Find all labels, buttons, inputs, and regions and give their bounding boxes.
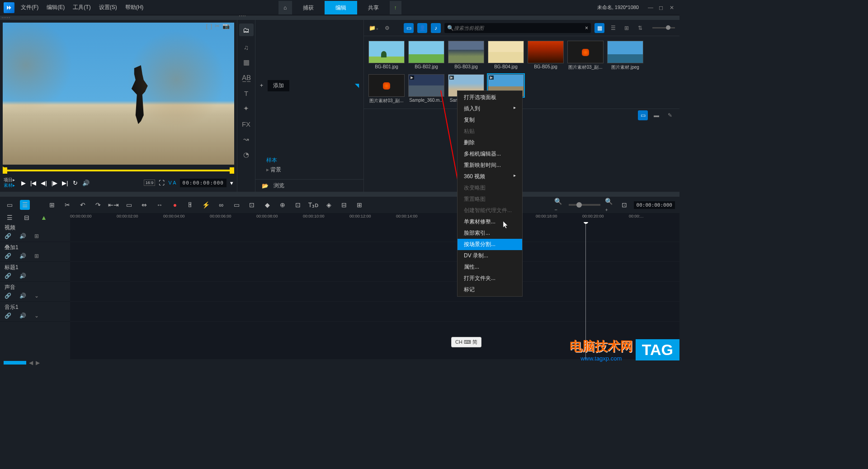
mute-icon[interactable]: 🔊 [19, 233, 26, 239]
add-media-button[interactable]: 添加 [268, 80, 289, 91]
aspect-ratio-button[interactable]: 16:9 [144, 180, 156, 186]
import-folder-icon[interactable]: 📁₊ [368, 23, 378, 33]
link-icon[interactable]: 🔗 [5, 233, 11, 239]
tab-share[interactable]: 共享 [357, 1, 390, 14]
tab-export[interactable]: ↑ [390, 1, 401, 14]
cat-text-icon[interactable]: T [242, 89, 251, 98]
zoom-out-icon[interactable]: 🔍₋ [554, 200, 564, 210]
context-menu-item[interactable]: 360 视频 [458, 171, 522, 182]
close-icon[interactable]: ✕ [670, 5, 676, 11]
menu-tools[interactable]: 工具(T) [73, 4, 90, 11]
mark-out-icon[interactable]: ] [210, 23, 212, 29]
preview-viewport[interactable]: [ ] ✂ 📷 [3, 23, 234, 165]
storyboard-view-icon[interactable]: ▭ [5, 200, 14, 210]
tool-pan-zoom-icon[interactable]: ⊡ [293, 200, 303, 210]
minimize-icon[interactable]: — [648, 5, 654, 11]
context-menu-item[interactable]: 按场景分割... [458, 239, 522, 250]
go-start-icon[interactable]: |◀ [30, 180, 36, 186]
cut-icon[interactable]: ✂ [62, 200, 72, 210]
timeline-view-icon[interactable]: ☰ [20, 200, 30, 210]
filter-image-icon[interactable]: 👤 [417, 23, 427, 33]
tool-stretch-icon[interactable]: ↔ [155, 200, 165, 210]
cat-media-icon[interactable]: 🗂 [239, 24, 254, 36]
volume-icon[interactable]: 🔊 [82, 180, 90, 186]
context-menu-item[interactable]: 单素材修整... [458, 216, 522, 227]
search-input[interactable] [454, 25, 585, 31]
context-menu-item[interactable]: 插入到 [458, 103, 522, 114]
library-thumb[interactable]: BG-B05.jpg [528, 41, 564, 71]
track-options-icon[interactable]: ⊟ [22, 213, 32, 223]
scissors-icon[interactable]: ✂ [215, 23, 220, 29]
menu-help[interactable]: 帮助(H) [125, 4, 144, 11]
tree-background[interactable]: 背景 [259, 165, 342, 175]
scroll-left-icon[interactable]: ◀ [29, 360, 33, 366]
scrub-bar[interactable] [3, 167, 234, 174]
tool-chain-icon[interactable]: ∞ [216, 200, 226, 210]
library-thumb[interactable]: BG-B02.jpg [408, 41, 444, 71]
redo-icon[interactable]: ↷ [93, 200, 103, 210]
timeline-scrollbar[interactable] [4, 361, 26, 365]
context-menu-item[interactable]: 重新映射时间... [458, 160, 522, 171]
tool-3d-icon[interactable]: T₃ᴅ [308, 200, 318, 210]
grid-icon[interactable]: ⊞ [34, 233, 39, 239]
track-add-icon[interactable]: ▲ [39, 213, 49, 223]
tool-split-icon[interactable]: ⊟ [339, 200, 349, 210]
context-menu-item[interactable]: DV 录制... [458, 250, 522, 261]
group-icon[interactable]: ⊞ [47, 200, 57, 210]
library-thumb[interactable]: BG-B04.jpg [488, 41, 524, 71]
track-header-overlay[interactable]: 叠加1 🔗🔊⊞ [0, 242, 70, 262]
view-detail-icon[interactable]: ⊞ [622, 23, 632, 33]
maximize-icon[interactable]: ◻ [659, 5, 665, 11]
tab-home[interactable]: ⌂ [278, 1, 292, 14]
clear-search-icon[interactable]: × [585, 25, 588, 31]
tool-auto-icon[interactable]: ⚡ [201, 200, 211, 210]
zoom-in-icon[interactable]: 🔍₊ [605, 200, 615, 210]
search-box[interactable]: 🔍 × [444, 23, 591, 33]
library-thumb[interactable]: ▶Sample_360.m... [408, 74, 444, 104]
view-large-icon[interactable]: ▦ [594, 23, 604, 33]
filter-audio-icon[interactable]: ♪ [431, 23, 441, 33]
cat-motion-icon[interactable]: ◔ [242, 150, 251, 159]
cat-fx-icon[interactable]: FX [242, 119, 251, 128]
menu-file[interactable]: 文件(F) [21, 4, 38, 11]
scroll-right-icon[interactable]: ▶ [36, 360, 40, 366]
panel-opt2-icon[interactable]: ▬ [651, 110, 661, 120]
panel-edit-icon[interactable]: ✎ [665, 110, 675, 120]
preview-timecode[interactable]: 00:00:00:000 [180, 179, 226, 187]
tab-edit[interactable]: 编辑 [325, 1, 357, 14]
mark-in-icon[interactable]: [ [206, 23, 208, 29]
track-header-title[interactable]: 标题1 🔗🔊 [0, 262, 70, 282]
context-menu-item[interactable]: 打开文件夹... [458, 273, 522, 284]
tool-chapter-icon[interactable]: ⊡ [247, 200, 257, 210]
tool-marker-icon[interactable]: ◆ [262, 200, 272, 210]
track-header-voice[interactable]: 声音 🔗🔊⌄ [0, 282, 70, 302]
tool-rec-icon[interactable]: ● [170, 200, 180, 210]
preview-mode-label[interactable]: 项目▸ 素材▸ [4, 177, 15, 188]
context-menu-item[interactable]: 属性... [458, 261, 522, 273]
loop-icon[interactable]: ↻ [73, 180, 78, 186]
bookmark-icon[interactable]: ◥ [355, 82, 359, 89]
thumb-size-slider[interactable] [652, 27, 675, 28]
menu-edit[interactable]: 编辑(E) [47, 4, 65, 11]
prev-frame-icon[interactable]: ◀| [41, 180, 47, 186]
cat-title-icon[interactable]: A̲B̲ [242, 73, 251, 82]
tool-ripple-icon[interactable]: ▭ [124, 200, 134, 210]
cat-transition-icon[interactable]: ▦ [242, 58, 251, 67]
snapshot-icon[interactable]: 📷 [222, 23, 230, 29]
go-end-icon[interactable]: ▶| [62, 180, 68, 186]
sort-icon[interactable]: ⇅ [635, 23, 645, 33]
timecode-menu-icon[interactable]: ▾ [230, 180, 233, 186]
next-frame-icon[interactable]: |▶ [52, 180, 57, 186]
cat-path-icon[interactable]: ↝ [242, 135, 251, 144]
context-menu-item[interactable]: 删除 [458, 137, 522, 148]
play-icon[interactable]: ▶ [21, 180, 26, 186]
undo-icon[interactable]: ↶ [78, 200, 88, 210]
tool-mask-icon[interactable]: ◈ [324, 200, 334, 210]
filter-video-icon[interactable]: ▭ [404, 23, 414, 33]
menu-settings[interactable]: 设置(S) [99, 4, 117, 11]
context-menu-item[interactable]: 打开选项面板 [458, 92, 522, 103]
tool-trim-icon[interactable]: ⇤⇥ [108, 200, 118, 210]
library-thumb[interactable]: 图片素材03_副... [567, 41, 604, 71]
tool-track-motion-icon[interactable]: ⊕ [278, 200, 288, 210]
folder-open-icon[interactable]: 📂 [260, 181, 270, 191]
